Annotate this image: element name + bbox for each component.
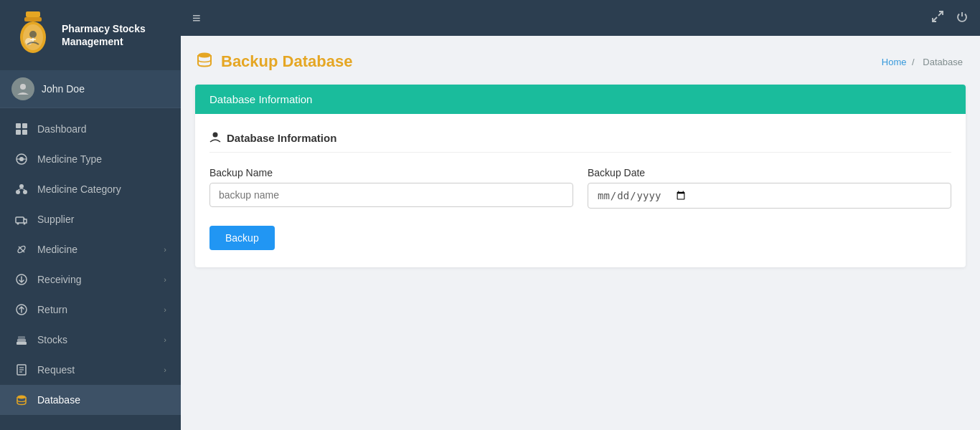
svg-rect-29	[17, 339, 26, 342]
breadcrumb-home[interactable]: Home	[882, 57, 907, 67]
svg-line-19	[18, 188, 22, 190]
svg-point-23	[24, 223, 26, 225]
svg-point-16	[19, 184, 24, 188]
supplier-icon	[14, 212, 29, 226]
sidebar-item-receiving[interactable]: Receiving ›	[0, 264, 181, 295]
svg-point-8	[20, 84, 26, 90]
breadcrumb-current: Database	[923, 57, 963, 67]
medicine-icon	[14, 242, 29, 257]
sidebar-item-label: Return	[37, 304, 67, 315]
sidebar-item-medicine[interactable]: Medicine ›	[0, 234, 181, 264]
sidebar: Pharmacy Stocks Management John Doe	[0, 0, 181, 430]
section-user-icon	[209, 131, 221, 145]
backup-date-input[interactable]	[588, 183, 951, 209]
svg-rect-9	[16, 123, 21, 128]
app-title: Pharmacy Stocks Management	[62, 22, 146, 48]
card-header: Database Information	[195, 85, 966, 114]
breadcrumb: Home / Database	[882, 57, 966, 67]
card-section-title: Database Information	[209, 131, 951, 153]
dashboard-icon	[14, 122, 29, 136]
sidebar-item-label: Database	[37, 394, 80, 406]
power-icon[interactable]	[956, 10, 969, 27]
chevron-right-icon: ›	[164, 245, 166, 254]
database-title-icon	[195, 50, 214, 73]
sidebar-item-supplier[interactable]: Supplier	[0, 204, 181, 234]
sidebar-logo: Pharmacy Stocks Management	[0, 0, 181, 70]
svg-rect-0	[26, 11, 40, 17]
avatar	[11, 77, 34, 100]
user-name: John Doe	[42, 83, 85, 95]
section-title-text: Database Information	[227, 132, 336, 144]
user-section: John Doe	[0, 70, 181, 108]
breadcrumb-separator: /	[912, 57, 915, 67]
svg-rect-30	[18, 336, 25, 339]
backup-date-group: Backup Date	[588, 167, 951, 209]
svg-point-17	[16, 190, 20, 194]
topbar: ≡	[181, 0, 980, 36]
content-area: Backup Database Home / Database Database…	[181, 36, 980, 430]
sidebar-item-label: Medicine Type	[37, 153, 102, 165]
chevron-right-icon: ›	[164, 366, 166, 374]
svg-point-38	[198, 53, 211, 58]
receiving-icon	[14, 272, 29, 287]
sidebar-item-medicine-category[interactable]: Medicine Category	[0, 174, 181, 204]
backup-name-group: Backup Name	[209, 167, 573, 209]
request-icon	[14, 363, 29, 377]
backup-name-input[interactable]	[209, 183, 573, 207]
sidebar-item-stocks[interactable]: Stocks ›	[0, 325, 181, 355]
svg-line-25	[19, 247, 24, 252]
database-icon	[14, 393, 29, 407]
svg-rect-21	[16, 217, 24, 223]
form-actions: Backup	[209, 226, 951, 250]
sidebar-item-label: Stocks	[37, 334, 67, 345]
database-card: Database Information Database Informatio…	[195, 85, 966, 267]
sidebar-item-label: Receiving	[37, 274, 81, 285]
svg-rect-3	[24, 17, 42, 22]
main-wrapper: ≡	[181, 0, 980, 430]
page-title: Backup Database	[195, 50, 352, 73]
svg-point-22	[17, 223, 19, 225]
sidebar-nav: Dashboard Medicine Type	[0, 108, 181, 415]
sidebar-item-label: Medicine	[37, 244, 77, 255]
chevron-right-icon: ›	[164, 275, 166, 284]
logo-icon	[11, 10, 55, 60]
hamburger-menu-button[interactable]: ≡	[192, 10, 201, 27]
sidebar-item-label: Request	[37, 364, 75, 376]
expand-icon[interactable]	[931, 10, 944, 27]
svg-point-7	[29, 31, 37, 38]
svg-point-18	[23, 190, 27, 194]
chevron-right-icon: ›	[164, 335, 166, 344]
sidebar-item-label: Dashboard	[37, 123, 87, 135]
page-title-text: Backup Database	[221, 52, 352, 71]
sidebar-item-medicine-type[interactable]: Medicine Type	[0, 144, 181, 174]
return-icon	[14, 302, 29, 317]
backup-date-label: Backup Date	[588, 167, 951, 178]
page-header: Backup Database Home / Database	[195, 50, 966, 73]
svg-rect-10	[22, 123, 27, 128]
form-row: Backup Name Backup Date	[209, 167, 951, 209]
svg-rect-28	[17, 342, 27, 345]
medicine-type-icon	[14, 152, 29, 166]
card-body: Database Information Backup Name Backup …	[195, 114, 966, 267]
svg-line-20	[22, 188, 25, 190]
sidebar-item-label: Medicine Category	[37, 183, 121, 195]
sidebar-item-dashboard[interactable]: Dashboard	[0, 114, 181, 144]
backup-button[interactable]: Backup	[209, 226, 275, 250]
medicine-category-icon	[14, 182, 29, 196]
card-header-title: Database Information	[209, 93, 312, 105]
svg-point-35	[17, 396, 26, 399]
sidebar-item-label: Supplier	[37, 214, 74, 225]
sidebar-item-request[interactable]: Request ›	[0, 355, 181, 385]
svg-point-39	[213, 133, 218, 138]
chevron-right-icon: ›	[164, 305, 166, 314]
stocks-icon	[14, 333, 29, 347]
svg-rect-11	[16, 130, 21, 135]
sidebar-item-return[interactable]: Return ›	[0, 295, 181, 325]
sidebar-item-database[interactable]: Database	[0, 385, 181, 415]
svg-rect-12	[22, 130, 27, 135]
backup-name-label: Backup Name	[209, 167, 573, 178]
